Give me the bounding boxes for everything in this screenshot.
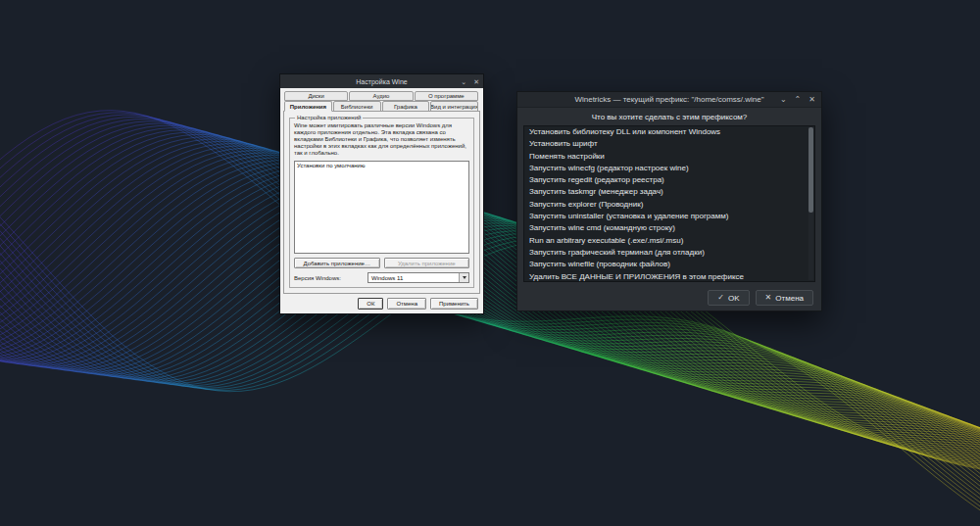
close-icon[interactable]: ✕ — [808, 96, 815, 104]
close-icon[interactable]: ✕ — [473, 78, 479, 85]
list-item[interactable]: Запустить winefile (проводник файлов) — [524, 259, 814, 270]
ok-button-label: OK — [728, 294, 740, 303]
window-title: Настройка Wine — [356, 78, 407, 85]
dialog-buttons-row: ОК Отмена Применить — [283, 298, 480, 311]
tab-applications[interactable]: Приложения — [284, 101, 332, 112]
window-controls: ⌄ ✕ — [461, 74, 479, 88]
combobox-value: Windows 11 — [371, 275, 403, 281]
close-icon: ✕ — [765, 294, 772, 302]
apply-button[interactable]: Применить — [430, 298, 478, 310]
tab-audio[interactable]: Аудио — [349, 91, 413, 101]
list-item[interactable]: Установить библиотеку DLL или компонент … — [524, 126, 814, 138]
prompt-text: Что вы хотите сделать с этим префиксом? — [517, 108, 821, 125]
tab-about[interactable]: О программе — [415, 91, 478, 101]
ok-button[interactable]: ОК — [358, 298, 383, 310]
dialog-buttons-row: ✓ OK ✕ Отмена — [517, 285, 821, 311]
window-controls: ⌄ ⌃ ✕ — [780, 92, 815, 107]
minimize-icon[interactable]: ⌄ — [780, 96, 787, 104]
list-item[interactable]: Запустить wine cmd (командную строку) — [524, 222, 814, 234]
wine-dialog-body: Диски Аудио О программе Приложения Библи… — [280, 88, 483, 313]
scrollbar-thumb[interactable] — [808, 127, 813, 213]
tab-drives[interactable]: Диски — [284, 91, 348, 101]
list-item[interactable]: Запустить explorer (Проводник) — [524, 199, 814, 211]
check-icon: ✓ — [717, 294, 724, 302]
cancel-button[interactable]: ✕ Отмена — [756, 290, 813, 306]
windows-version-row: Версия Windows: Windows 11 — [294, 272, 469, 283]
list-item[interactable]: Поменять настройки — [524, 151, 814, 163]
list-item[interactable]: Запустить uninstaller (установка и удале… — [524, 211, 814, 222]
winetricks-titlebar[interactable]: Winetricks — текущий префикс: "/home/com… — [517, 92, 821, 108]
cancel-button-label: Отмена — [775, 294, 804, 303]
windows-version-label: Версия Windows: — [294, 275, 341, 281]
listbox-buttons-row: Добавить приложение… Удалить приложение — [294, 258, 469, 268]
dropdown-arrow-icon — [459, 273, 468, 282]
list-item[interactable]: Запустить графический терминал (для отла… — [524, 247, 814, 259]
list-item[interactable]: Запустить winecfg (редактор настроек win… — [524, 163, 814, 174]
tab-row-back: Диски Аудио О программе — [283, 91, 480, 101]
tab-panel: Настройка приложений Wine может имитиров… — [283, 111, 480, 294]
windows-version-combobox[interactable]: Windows 11 — [368, 272, 469, 283]
maximize-icon[interactable]: ⌃ — [795, 96, 802, 104]
ok-button[interactable]: ✓ OK — [708, 290, 749, 306]
list-item[interactable]: Запустить regedit (редактор реестра) — [524, 174, 814, 186]
list-item[interactable]: Установки по умолчанию — [295, 162, 468, 169]
desktop-wallpaper — [0, 0, 980, 526]
list-item[interactable]: Run an arbitrary executable (.exe/.msi/.… — [524, 235, 814, 247]
groupbox-title: Настройка приложений — [295, 115, 363, 121]
cancel-button[interactable]: Отмена — [387, 298, 426, 310]
applications-listbox[interactable]: Установки по умолчанию — [294, 161, 469, 254]
window-title: Winetricks — текущий префикс: "/home/com… — [574, 95, 763, 104]
wallpaper-waves — [0, 111, 980, 526]
list-item[interactable]: Удалить ВСЕ ДАННЫЕ И ПРИЛОЖЕНИЯ в этом п… — [524, 271, 814, 282]
scrollbar[interactable] — [808, 127, 813, 280]
actions-list: Установить библиотеку DLL или компонент … — [523, 125, 815, 282]
wine-config-window: Настройка Wine ⌄ ✕ Диски Аудио О програм… — [279, 73, 484, 314]
list-item[interactable]: Установить шрифт — [524, 138, 814, 150]
add-application-button[interactable]: Добавить приложение… — [294, 258, 380, 268]
list-item[interactable]: Запустить taskmgr (менеджер задач) — [524, 186, 814, 198]
remove-application-button[interactable]: Удалить приложение — [384, 258, 470, 268]
app-settings-groupbox: Настройка приложений Wine может имитиров… — [289, 118, 474, 288]
minimize-icon[interactable]: ⌄ — [461, 78, 466, 85]
wine-titlebar[interactable]: Настройка Wine ⌄ ✕ — [280, 74, 483, 88]
description-text: Wine может имитировать различные версии … — [294, 122, 469, 157]
winetricks-window: Winetricks — текущий префикс: "/home/com… — [516, 91, 822, 311]
